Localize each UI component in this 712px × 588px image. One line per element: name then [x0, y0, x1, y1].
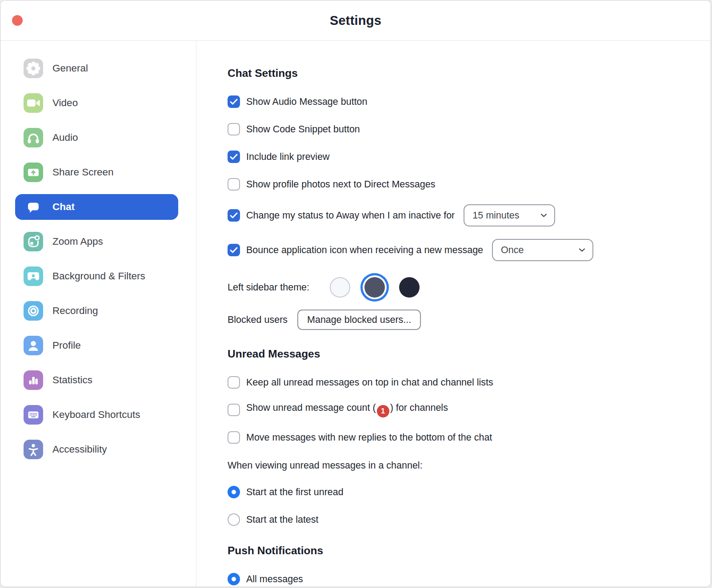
person-icon — [24, 336, 43, 355]
sidebar-item-general[interactable]: General — [15, 56, 178, 81]
dropdown-value: Once — [501, 245, 524, 256]
sidebar-item-share-screen[interactable]: Share Screen — [15, 159, 178, 185]
checkbox-unread-count[interactable] — [228, 404, 240, 416]
screen-share-icon — [24, 163, 43, 182]
setting-row-sidebar-theme: Left sidebar theme: — [228, 274, 693, 301]
check-icon — [230, 212, 238, 219]
headphones-icon — [24, 128, 43, 147]
setting-row-profile-photos: Show profile photos next to Direct Messa… — [228, 177, 693, 192]
checkbox-show-code-snippet[interactable] — [228, 123, 240, 135]
theme-swatches — [330, 277, 420, 298]
sidebar-item-audio[interactable]: Audio — [15, 125, 178, 151]
checkbox-bounce-icon[interactable] — [228, 244, 240, 256]
person-frame-icon — [24, 266, 43, 286]
setting-label: Show Audio Message button — [246, 96, 368, 107]
when-viewing-label: When viewing unread messages in a channe… — [228, 460, 693, 471]
sidebar-item-profile[interactable]: Profile — [15, 333, 178, 358]
setting-row-start-first-unread: Start at the first unread — [228, 485, 693, 500]
title-bar: Settings — [0, 0, 711, 41]
setting-label: Show Code Snippet button — [246, 124, 360, 135]
sidebar-item-zoom-apps[interactable]: Zoom Apps — [15, 229, 178, 254]
sidebar-item-label: General — [52, 63, 88, 74]
sidebar-item-label: Recording — [52, 305, 98, 317]
checkbox-include-link-preview[interactable] — [228, 151, 240, 163]
chevron-down-icon — [579, 248, 585, 252]
setting-label: Start at the latest — [246, 514, 319, 525]
setting-label: Show unread message count (1) for channe… — [246, 402, 448, 417]
checkbox-profile-photos[interactable] — [228, 178, 240, 191]
check-icon — [230, 247, 238, 253]
unread-count-badge: 1 — [377, 405, 389, 417]
chat-bubble-icon — [24, 197, 43, 217]
setting-label: Keep all unread messages on top in chat … — [246, 377, 493, 388]
check-icon — [230, 99, 238, 105]
manage-blocked-users-button[interactable]: Manage blocked users... — [297, 310, 421, 330]
theme-label: Left sidebar theme: — [228, 282, 309, 293]
theme-swatch-black[interactable] — [399, 277, 420, 298]
setting-row-audio-message: Show Audio Message button — [228, 94, 693, 109]
bar-chart-icon — [24, 370, 43, 390]
sidebar-item-chat[interactable]: Chat — [15, 194, 178, 220]
setting-row-move-replies: Move messages with new replies to the bo… — [228, 430, 693, 445]
blocked-users-label: Blocked users — [228, 314, 288, 326]
gear-icon — [24, 59, 43, 78]
checkbox-away-status[interactable] — [228, 209, 240, 222]
setting-row-bounce-icon: Bounce application icon when receiving a… — [228, 239, 693, 261]
setting-label: Move messages with new replies to the bo… — [246, 432, 492, 443]
dropdown-value: 15 minutes — [472, 210, 519, 221]
sidebar-item-recording[interactable]: Recording — [15, 298, 178, 324]
push-notifications-heading: Push Notifications — [228, 545, 693, 556]
setting-label: Include link preview — [246, 151, 330, 163]
apps-icon — [24, 232, 43, 251]
radio-all-messages[interactable] — [228, 573, 240, 585]
setting-row-start-latest: Start at the latest — [228, 512, 693, 527]
setting-row-code-snippet: Show Code Snippet button — [228, 122, 693, 137]
setting-label: Bounce application icon when receiving a… — [246, 245, 483, 256]
setting-label: Start at the first unread — [246, 487, 344, 498]
setting-row-all-messages: All messages — [228, 572, 693, 587]
chat-settings-panel: Chat Settings Show Audio Message button … — [196, 41, 711, 587]
sidebar-item-label: Accessibility — [52, 444, 107, 455]
sidebar-item-video[interactable]: Video — [15, 90, 178, 116]
video-camera-icon — [24, 93, 43, 113]
setting-label: Change my status to Away when I am inact… — [246, 210, 455, 221]
check-icon — [230, 154, 238, 160]
sidebar-item-statistics[interactable]: Statistics — [15, 367, 178, 393]
settings-window: Settings General — [0, 0, 711, 587]
sidebar-item-accessibility[interactable]: Accessibility — [15, 437, 178, 462]
setting-label: All messages — [246, 574, 303, 585]
sidebar-item-label: Zoom Apps — [52, 236, 103, 247]
bounce-frequency-select[interactable]: Once — [492, 239, 593, 261]
theme-swatch-light[interactable] — [330, 277, 350, 298]
setting-row-away-status: Change my status to Away when I am inact… — [228, 204, 693, 226]
checkbox-show-audio-message[interactable] — [228, 95, 240, 108]
setting-row-unread-count: Show unread message count (1) for channe… — [228, 402, 693, 417]
window-title: Settings — [330, 13, 381, 28]
sidebar-item-label: Audio — [52, 132, 78, 143]
radio-start-latest[interactable] — [228, 513, 240, 526]
sidebar-item-label: Statistics — [52, 374, 92, 386]
accessibility-icon — [24, 440, 43, 459]
radio-start-first-unread[interactable] — [228, 486, 240, 498]
chevron-down-icon — [540, 213, 547, 218]
sidebar-item-label: Video — [52, 97, 78, 109]
settings-sidebar: General Video Audio — [0, 41, 196, 587]
inactive-duration-select[interactable]: 15 minutes — [464, 204, 555, 226]
setting-row-link-preview: Include link preview — [228, 149, 693, 164]
setting-label: Show profile photos next to Direct Messa… — [246, 179, 435, 190]
sidebar-item-background-filters[interactable]: Background & Filters — [15, 263, 178, 289]
checkbox-keep-unread-top[interactable] — [228, 376, 240, 389]
chat-settings-heading: Chat Settings — [228, 68, 693, 79]
theme-swatch-dark[interactable] — [364, 277, 385, 298]
setting-row-keep-unread-top: Keep all unread messages on top in chat … — [228, 375, 693, 390]
sidebar-item-label: Keyboard Shortcuts — [52, 409, 140, 421]
close-button[interactable] — [12, 15, 23, 26]
sidebar-item-label: Chat — [52, 201, 75, 213]
sidebar-item-keyboard-shortcuts[interactable]: Keyboard Shortcuts — [15, 402, 178, 428]
sidebar-item-label: Share Screen — [52, 167, 114, 178]
checkbox-move-replies[interactable] — [228, 431, 240, 444]
unread-messages-heading: Unread Messages — [228, 348, 693, 360]
record-circle-icon — [24, 301, 43, 321]
keyboard-icon — [24, 405, 43, 425]
sidebar-item-label: Profile — [52, 340, 81, 351]
